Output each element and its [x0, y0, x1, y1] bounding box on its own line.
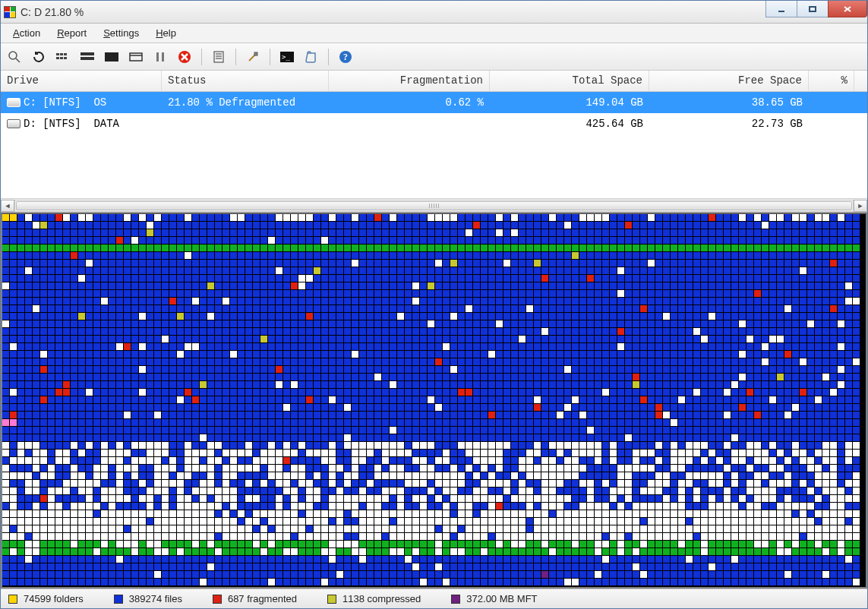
script-icon[interactable] [302, 48, 320, 66]
swatch-fragmented [213, 595, 222, 604]
svg-rect-14 [105, 52, 118, 62]
scroll-thumb[interactable] [16, 201, 852, 210]
svg-rect-7 [60, 53, 63, 55]
pause-icon[interactable] [151, 48, 169, 66]
swatch-compressed [327, 595, 336, 604]
help-icon[interactable]: ? [336, 48, 355, 66]
svg-text:>_: >_ [282, 53, 290, 61]
col-fragmentation[interactable]: Fragmentation [329, 71, 490, 91]
legend-mft-text: 372.00 MB MFT [466, 593, 537, 604]
defrag-icon[interactable] [78, 48, 96, 66]
window-title: C: D 21.80 % [21, 6, 84, 18]
statusbar: 74599 folders 389274 files 687 fragmente… [1, 588, 867, 608]
refresh-icon[interactable] [30, 48, 48, 66]
svg-rect-8 [64, 53, 67, 55]
analyze-icon[interactable] [54, 48, 72, 66]
menubar: Action Report Settings Help [1, 24, 867, 43]
legend-folders: 74599 folders [8, 593, 84, 604]
swatch-files [114, 595, 123, 604]
menu-settings[interactable]: Settings [96, 25, 147, 41]
window-controls [766, 1, 867, 17]
swatch-folders [8, 595, 17, 604]
scroll-track[interactable] [14, 200, 854, 212]
cluster-map[interactable] [2, 214, 866, 587]
drive-icon [7, 119, 21, 128]
svg-rect-13 [80, 57, 94, 60]
scroll-left-arrow[interactable]: ◄ [1, 200, 14, 212]
svg-rect-17 [156, 52, 159, 62]
quickdefrag-icon[interactable] [103, 48, 121, 66]
svg-point-4 [9, 52, 17, 59]
svg-rect-11 [64, 57, 67, 59]
drive-table: Drive Status Fragmentation Total Space F… [1, 71, 867, 213]
drive-row[interactable]: C: [NTFS] OS21.80 % Defragmented0.62 %14… [1, 92, 867, 113]
svg-rect-6 [56, 53, 59, 55]
drive-table-body: C: [NTFS] OS21.80 % Defragmented0.62 %14… [1, 92, 867, 198]
svg-rect-22 [214, 52, 223, 62]
svg-rect-9 [56, 57, 59, 59]
scroll-right-arrow[interactable]: ► [854, 200, 867, 212]
menu-report[interactable]: Report [49, 25, 94, 41]
close-button[interactable] [828, 1, 867, 17]
stop-icon[interactable] [175, 48, 194, 66]
swatch-mft [451, 595, 460, 604]
legend-mft: 372.00 MB MFT [451, 593, 537, 604]
app-icon [4, 6, 16, 18]
svg-text:?: ? [343, 52, 348, 62]
legend-folders-text: 74599 folders [24, 593, 84, 604]
menu-help[interactable]: Help [148, 25, 184, 41]
svg-rect-15 [130, 53, 142, 61]
legend-compressed: 1138 compressed [327, 593, 421, 604]
drive-row[interactable]: D: [NTFS] DATA425.64 GB22.73 GB [1, 113, 867, 134]
minimize-button[interactable] [765, 1, 797, 17]
svg-rect-10 [60, 57, 63, 59]
col-drive[interactable]: Drive [1, 71, 162, 91]
col-status[interactable]: Status [162, 71, 329, 91]
drive-icon [7, 98, 21, 107]
search-icon[interactable] [5, 48, 24, 66]
horizontal-scrollbar[interactable]: ◄ ► [1, 198, 867, 212]
titlebar: C: D 21.80 % [1, 1, 867, 24]
maximize-button[interactable] [797, 1, 829, 17]
col-total-space[interactable]: Total Space [490, 71, 649, 91]
svg-rect-18 [162, 52, 164, 62]
col-free-space[interactable]: Free Space [649, 71, 809, 91]
cluster-map-container [1, 213, 867, 588]
legend-files-text: 389274 files [129, 593, 182, 604]
svg-rect-12 [80, 52, 94, 55]
toolbar: >_ ? [1, 43, 867, 71]
console-icon[interactable]: >_ [278, 48, 296, 66]
legend-compressed-text: 1138 compressed [342, 593, 421, 604]
legend-fragmented-text: 687 fragmented [228, 593, 297, 604]
legend-fragmented: 687 fragmented [213, 593, 297, 604]
drive-table-header: Drive Status Fragmentation Total Space F… [1, 71, 867, 92]
fulldefrag-icon[interactable] [127, 48, 145, 66]
report-icon[interactable] [210, 48, 228, 66]
svg-line-5 [16, 58, 20, 62]
col-percent[interactable]: % [809, 71, 854, 91]
menu-action[interactable]: Action [5, 25, 48, 41]
svg-rect-27 [254, 52, 257, 55]
svg-rect-1 [810, 7, 816, 11]
settings-icon[interactable] [244, 48, 262, 66]
legend-files: 389274 files [114, 593, 182, 604]
